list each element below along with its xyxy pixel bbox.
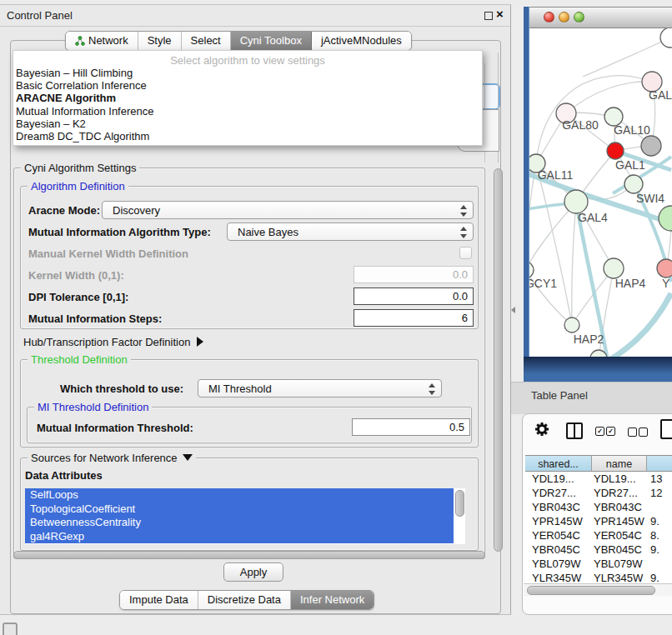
unchecked-box-icon[interactable]: [628, 428, 637, 437]
tab-cyni-toolbox[interactable]: Cyni Toolbox: [231, 32, 312, 50]
settings-group-title: Cyni Algorithm Settings: [21, 162, 139, 174]
table-cell[interactable]: 8.: [647, 528, 672, 542]
network-view-window[interactable]: GALGAL80GAL10GAL1GAL11SWI4GAL4GCY1HAP4YH…: [524, 7, 672, 382]
which-threshold-select[interactable]: MI Threshold: [198, 379, 442, 398]
network-node[interactable]: [660, 28, 672, 48]
table-cell[interactable]: 9.: [647, 514, 672, 528]
node-label: Y: [662, 277, 670, 290]
dpi-tolerance-field[interactable]: 0.0: [354, 288, 474, 305]
table-row[interactable]: YBR043CYBR043C: [525, 500, 672, 514]
gear-icon[interactable]: [534, 419, 550, 439]
table-cell[interactable]: YBR045C: [592, 542, 647, 557]
table-row[interactable]: YDL19...YDL19...13: [525, 472, 672, 486]
network-node[interactable]: [564, 318, 579, 332]
column-header-shared[interactable]: shared...: [525, 455, 592, 472]
checked-box-icon[interactable]: ✓: [595, 427, 604, 436]
close-icon[interactable]: ×: [496, 7, 504, 21]
mi-steps-field[interactable]: 6: [354, 309, 474, 327]
mi-threshold-label: Mutual Information Threshold:: [37, 422, 193, 434]
table-row[interactable]: YDR27...YDR27...12: [525, 486, 672, 500]
table-row[interactable]: YBL079WYBL079W: [525, 557, 672, 571]
table-row[interactable]: YBR045CYBR045C9.: [525, 542, 672, 557]
tab-network[interactable]: Network: [66, 32, 138, 50]
attribute-list-scrollbar[interactable]: [455, 490, 464, 517]
table-cell[interactable]: YBL079W: [525, 557, 592, 571]
table-cell[interactable]: [647, 500, 672, 514]
attribute-item[interactable]: BetweennessCentrality: [25, 516, 454, 530]
network-node[interactable]: [641, 136, 661, 156]
algorithm-option[interactable]: ARACNE Algorithm: [13, 92, 482, 104]
tab-infer-network[interactable]: Infer Network: [291, 591, 374, 609]
tab-impute-data[interactable]: Impute Data: [120, 591, 198, 609]
mi-type-select[interactable]: Naive Bayes: [227, 222, 474, 241]
table-cell[interactable]: YER054C: [525, 528, 592, 542]
table-cell[interactable]: YBR043C: [592, 500, 647, 514]
algorithm-option[interactable]: Basic Correlation Inference: [13, 79, 482, 92]
table-row[interactable]: YER054CYER054C8.: [525, 528, 672, 542]
table-horizontal-scrollbar[interactable]: [524, 583, 672, 596]
tab-jactivemnodules[interactable]: jActiveMNodules: [312, 32, 411, 50]
zoom-traffic-light-icon[interactable]: [574, 12, 584, 22]
panel-icon[interactable]: [660, 419, 672, 439]
table-cell[interactable]: 9.: [647, 542, 672, 557]
table-cell[interactable]: YDR27...: [592, 486, 647, 500]
network-node[interactable]: [659, 206, 672, 231]
attribute-item[interactable]: gal4RGexp: [25, 530, 454, 544]
table-cell[interactable]: 12: [647, 486, 672, 500]
network-node[interactable]: [607, 142, 624, 159]
close-traffic-light-icon[interactable]: [544, 12, 554, 22]
tab-select[interactable]: Select: [182, 32, 231, 50]
hub-definition-toggle[interactable]: Hub/Transcription Factor Definition: [23, 336, 203, 348]
table-cell[interactable]: YER054C: [592, 528, 647, 542]
network-node[interactable]: [564, 190, 588, 213]
settings-vertical-scrollbar[interactable]: [494, 168, 503, 552]
table-cell[interactable]: 13: [647, 472, 672, 486]
column-header-name[interactable]: name: [592, 455, 647, 472]
attribute-item[interactable]: SelfLoops: [25, 488, 454, 502]
tab-style[interactable]: Style: [138, 32, 182, 50]
network-node[interactable]: [529, 262, 534, 278]
node-table[interactable]: YDL19...YDL19...13YDR27...YDR27...12YBR0…: [525, 472, 672, 588]
settings-horizontal-scrollbar[interactable]: [13, 551, 485, 559]
network-node[interactable]: [657, 259, 672, 278]
network-window-titlebar[interactable]: [529, 7, 672, 28]
manual-kernel-checkbox[interactable]: [459, 247, 472, 259]
split-columns-icon[interactable]: [566, 422, 583, 439]
algorithm-option[interactable]: Bayesian – K2: [13, 118, 482, 130]
node-label: HAP4: [615, 277, 646, 290]
checked-box-icon[interactable]: ✓: [606, 427, 615, 436]
table-cell[interactable]: YBR045C: [525, 542, 592, 557]
mi-threshold-field[interactable]: 0.5: [352, 418, 470, 436]
table-cell[interactable]: YDL19...: [592, 472, 647, 486]
table-row[interactable]: YPR145WYPR145W9.: [525, 514, 672, 528]
table-cell[interactable]: YDR27...: [525, 486, 592, 500]
table-cell[interactable]: YBR043C: [525, 500, 592, 514]
network-canvas[interactable]: GALGAL80GAL10GAL1GAL11SWI4GAL4GCY1HAP4YH…: [529, 28, 672, 357]
network-graph[interactable]: GALGAL80GAL10GAL1GAL11SWI4GAL4GCY1HAP4YH…: [529, 28, 672, 357]
apply-button[interactable]: Apply: [223, 562, 283, 582]
mi-type-label: Mutual Information Algorithm Type:: [28, 226, 211, 238]
table-cell[interactable]: YDL19...: [525, 472, 592, 486]
kernel-width-field[interactable]: 0.0: [354, 266, 474, 283]
column-header-clipped[interactable]: [647, 455, 672, 472]
table-cell[interactable]: YPR145W: [592, 514, 647, 528]
statusbar-panel-icon[interactable]: [3, 622, 18, 635]
attribute-item[interactable]: TopologicalCoefficient: [25, 502, 454, 517]
network-node[interactable]: [604, 258, 624, 278]
tab-discretize-data[interactable]: Discretize Data: [198, 591, 291, 609]
splitter-collapse-icon[interactable]: [511, 307, 515, 313]
sources-group-title[interactable]: Sources for Network Inference: [28, 452, 196, 464]
table-cell[interactable]: YPR145W: [525, 514, 592, 528]
float-window-icon[interactable]: [484, 12, 493, 20]
algorithm-option[interactable]: Dream8 DC_TDC Algorithm: [13, 130, 482, 142]
aracne-mode-select[interactable]: Discovery: [102, 201, 474, 219]
algorithm-option[interactable]: Bayesian – Hill Climbing: [13, 67, 482, 79]
table-cell[interactable]: YBL079W: [592, 557, 647, 571]
minimize-traffic-light-icon[interactable]: [559, 12, 569, 22]
table-cell[interactable]: [647, 557, 672, 571]
network-node[interactable]: [624, 175, 643, 193]
data-attributes-list[interactable]: SelfLoopsTopologicalCoefficientBetweenne…: [25, 488, 465, 544]
algorithm-option[interactable]: Mutual Information Inference: [13, 105, 482, 118]
unchecked-box-icon[interactable]: [639, 428, 648, 437]
node-label: GAL10: [614, 123, 650, 137]
